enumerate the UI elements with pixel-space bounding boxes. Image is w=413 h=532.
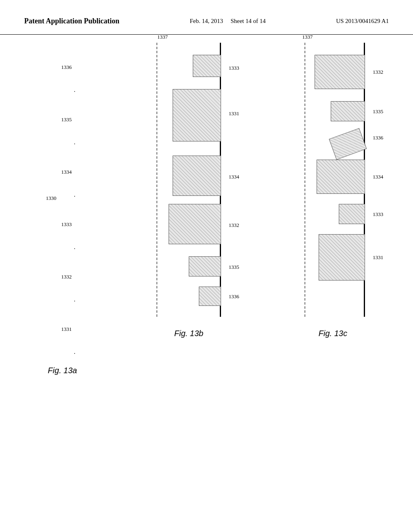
fig13c-caption: Fig. 13c (319, 329, 347, 338)
publication-title: Patent Application Publication (24, 16, 119, 26)
bar-1332 (74, 301, 75, 301)
fig13c-bar-1336-wrapper (331, 127, 363, 152)
fig13c-bar-1334 (317, 160, 365, 194)
fig13c-bar-1335 (331, 101, 365, 121)
bar-label-1333: 1333 (57, 221, 72, 228)
fig13c-container: 1337 1332 1335 1336 1334 13 (300, 43, 365, 317)
bar-row-1331: 1331 (74, 305, 75, 354)
fig13b-caption: Fig. 13b (174, 329, 203, 338)
bar-label-1334: 1334 (57, 169, 72, 175)
bar-row-1332: 1332 (74, 252, 75, 301)
fig13c-label-1335: 1335 (373, 108, 383, 115)
figure-13a-wrapper: 1330 1336 1335 1334 (48, 43, 77, 375)
fig13c-bar-1333 (339, 204, 365, 224)
figures-area: 1330 1336 1335 1334 (0, 43, 413, 375)
fig13b-label-1333: 1333 (229, 65, 239, 71)
figure-13c: 1337 1332 1335 1336 1334 13 (300, 43, 365, 317)
figure-13a: 1330 1336 1335 1334 (74, 43, 75, 354)
publication-date-sheet: Feb. 14, 2013 Sheet 14 of 14 (190, 16, 265, 26)
bar-1331 (74, 353, 75, 354)
fig13b-dashed-line (156, 43, 157, 317)
figure-13b-wrapper: 1337 1333 1331 1334 1332 1335 (156, 43, 221, 375)
fig13c-label-1331: 1331 (373, 254, 383, 261)
fig13b-bar-1332 (169, 204, 221, 244)
fig13b-label-1337-top: 1337 (157, 34, 168, 40)
fig13b-bar-1335 (189, 256, 221, 276)
bar-label-1335: 1335 (57, 116, 72, 123)
fig13b-bar-1336 (199, 287, 221, 306)
fig13a-bars: 1336 1335 1334 1333 (74, 43, 75, 354)
bar-row-1333: 1333 (74, 200, 75, 249)
fig13b-container: 1337 1333 1331 1334 1332 1335 (156, 43, 221, 317)
fig13b-label-1331: 1331 (229, 110, 239, 117)
fig13c-label-1336: 1336 (373, 135, 383, 141)
bar-label-1332: 1332 (57, 274, 72, 280)
fig13c-label-1332: 1332 (373, 69, 383, 75)
fig13c-bar-1336 (329, 128, 367, 160)
bar-row-1335: 1335 (74, 95, 75, 144)
fig13c-dashed-line (305, 43, 305, 317)
bar-label-1336: 1336 (57, 64, 72, 71)
publication-date: Feb. 14, 2013 (190, 18, 223, 24)
fig13c-bar-1332 (315, 55, 365, 89)
bar-1333 (74, 248, 75, 249)
page-header: Patent Application Publication Feb. 14, … (0, 0, 413, 35)
fig13b-bar-1333 (193, 55, 221, 77)
fig13b-bar-1331 (173, 89, 221, 141)
fig13b-label-1335: 1335 (229, 264, 239, 270)
bar-row-1336: 1336 (74, 43, 75, 92)
bar-row-1334: 1334 (74, 148, 75, 197)
fig13c-label-1334: 1334 (373, 174, 383, 180)
fig13b-bar-1334 (173, 156, 221, 196)
fig13c-label-1337-top: 1337 (302, 34, 313, 40)
fig13b-label-1336: 1336 (229, 293, 239, 300)
figure-13c-wrapper: 1337 1332 1335 1336 1334 13 (300, 43, 365, 375)
bar-label-1331: 1331 (57, 326, 72, 332)
fig13c-label-1333: 1333 (373, 211, 383, 218)
fig13b-label-1332: 1332 (229, 222, 239, 229)
label-1330: 1330 (46, 195, 56, 202)
fig13c-bar-1331 (319, 234, 365, 281)
figure-13b: 1337 1333 1331 1334 1332 1335 (156, 43, 221, 317)
fig13a-caption: Fig. 13a (48, 366, 77, 375)
bar-1336 (74, 91, 75, 92)
bar-1334 (74, 196, 75, 197)
sheet-number: Sheet 14 of 14 (231, 18, 266, 24)
bar-1335 (74, 143, 75, 144)
fig13b-label-1334: 1334 (229, 174, 239, 180)
publication-number: US 2013/0041629 A1 (336, 16, 389, 26)
